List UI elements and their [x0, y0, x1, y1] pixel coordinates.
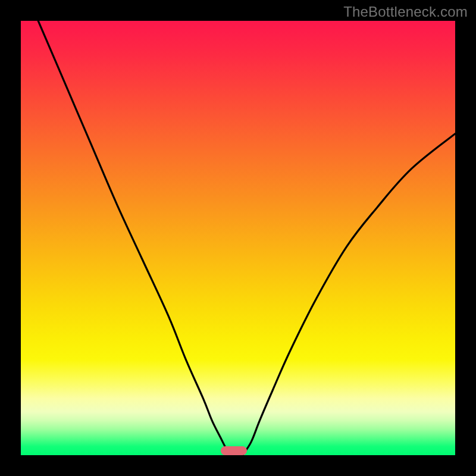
curve-right: [242, 134, 455, 455]
watermark-text: TheBottleneck.com: [343, 4, 468, 20]
chart-plot-area: [21, 21, 455, 455]
minimum-marker: [221, 446, 247, 455]
curve-layer: [21, 21, 455, 455]
curve-left: [38, 21, 229, 455]
